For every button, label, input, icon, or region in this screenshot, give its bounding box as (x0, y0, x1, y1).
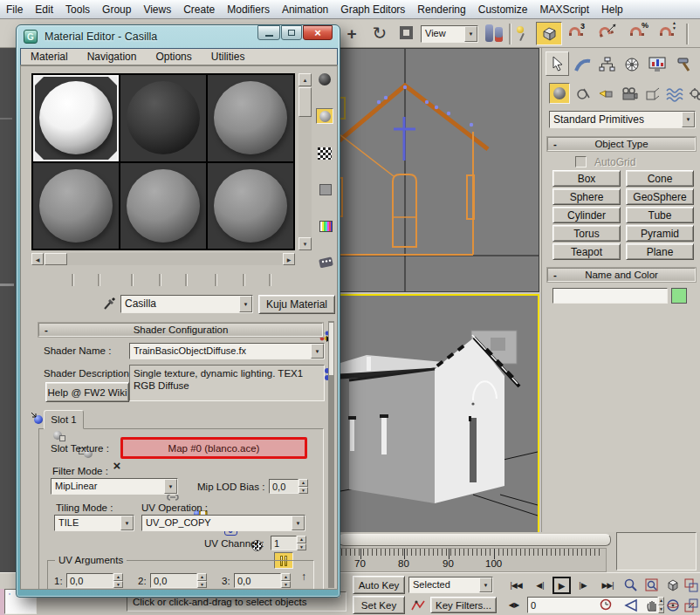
sample-slot[interactable] (33, 163, 119, 249)
sample-slot-active[interactable] (33, 75, 119, 161)
mip-lod-bias-spinner[interactable]: ▲▼ (299, 479, 308, 494)
zoom-icon[interactable] (621, 576, 641, 594)
me-menu-utilities[interactable]: Utilities (202, 51, 255, 63)
object-button-cylinder[interactable]: Cylinder (552, 207, 621, 223)
maximize-button[interactable] (281, 25, 302, 40)
sample-type-icon[interactable] (316, 72, 333, 87)
menu-customize[interactable]: Customize (472, 3, 534, 16)
menu-create[interactable]: Create (177, 3, 221, 16)
object-button-tube[interactable]: Tube (626, 207, 694, 223)
scroll-right-icon[interactable]: ▶ (283, 253, 295, 265)
menu-modifiers[interactable]: Modifiers (221, 3, 276, 16)
autogrid-checkbox[interactable] (575, 156, 587, 167)
backlight-icon[interactable] (316, 108, 333, 124)
display-tab[interactable] (645, 53, 669, 76)
object-button-torus[interactable]: Torus (552, 225, 621, 242)
uv-arg2-spinner[interactable]: ▲▼ (197, 573, 207, 588)
object-type-rollout-header[interactable]: - Object Type (547, 137, 696, 151)
goto-start-button[interactable]: |◀◀ (504, 577, 527, 594)
pan-hand-icon[interactable] (642, 596, 662, 614)
next-frame-button[interactable]: |▶ (573, 577, 593, 594)
percent-snap-icon[interactable]: % (630, 27, 642, 36)
auto-key-button[interactable]: Auto Key (353, 576, 405, 594)
chevron-down-icon[interactable]: ▼ (311, 344, 324, 359)
spacewarps-category-icon[interactable] (664, 85, 685, 104)
time-configuration-icon[interactable] (597, 597, 614, 613)
object-button-sphere[interactable]: Sphere (552, 188, 621, 205)
primitive-category-dropdown[interactable]: Standard Primitives ▼ (549, 111, 696, 128)
zoom-extents-icon[interactable] (663, 576, 683, 594)
angle-snap-arc-icon[interactable] (599, 27, 610, 36)
object-button-cone[interactable]: Cone (626, 170, 694, 187)
make-preview-icon[interactable] (317, 255, 334, 270)
material-type-button[interactable]: Kuju Material (258, 295, 335, 314)
object-button-geosphere[interactable]: GeoSphere (626, 188, 694, 205)
viewport-perspective-active[interactable] (339, 294, 539, 545)
sample-slot[interactable] (120, 75, 206, 161)
shader-configuration-rollout-header[interactable]: - Shader Configuration (38, 323, 323, 337)
menu-views[interactable]: Views (137, 3, 177, 16)
video-color-check-icon[interactable] (317, 218, 334, 234)
uv-arg2-input[interactable] (150, 573, 197, 588)
menu-tools[interactable]: Tools (59, 3, 96, 16)
previous-frame-button[interactable]: ◀| (531, 577, 550, 594)
uv-arg3-input[interactable] (234, 573, 281, 588)
menu-help[interactable]: Help (595, 3, 629, 16)
menu-maxscript[interactable]: MAXScript (533, 3, 595, 16)
sample-slot[interactable] (120, 163, 206, 249)
shapes-category-icon[interactable] (573, 85, 593, 104)
me-menu-options[interactable]: Options (146, 51, 201, 63)
viewport-front[interactable] (339, 48, 539, 292)
selection-set-dropdown[interactable]: Selected ▼ (408, 577, 493, 593)
object-button-teapot[interactable]: Teapot (552, 243, 621, 260)
background-icon[interactable] (317, 147, 333, 161)
mip-lod-bias-input[interactable] (269, 479, 299, 494)
object-button-box[interactable]: Box (552, 170, 621, 187)
filter-mode-dropdown[interactable]: MipLinear ▼ (51, 478, 178, 495)
uv-arg3-spinner[interactable]: ▲▼ (281, 573, 291, 588)
select-move-icon[interactable]: + (340, 23, 363, 45)
utilities-tab[interactable] (673, 53, 696, 76)
hierarchy-tab[interactable] (596, 53, 619, 76)
uv-operation-dropdown[interactable]: UV_OP_COPY ▼ (141, 515, 305, 531)
time-slider[interactable] (339, 534, 611, 546)
chevron-down-icon[interactable]: ▼ (239, 296, 252, 312)
chevron-down-icon[interactable]: ▼ (464, 26, 477, 42)
default-in-out-tangent-icon[interactable] (408, 597, 428, 613)
helpers-category-icon[interactable] (643, 85, 662, 104)
field-of-view-icon[interactable] (621, 596, 641, 614)
chevron-down-icon[interactable]: ▼ (120, 516, 134, 530)
chevron-down-icon[interactable]: ▼ (292, 516, 305, 530)
name-color-rollout-header[interactable]: - Name and Color (547, 268, 696, 282)
zoom-all-icon[interactable] (642, 576, 662, 594)
slot1-tab[interactable]: Slot 1 (44, 410, 84, 429)
uv-channel-spinner[interactable]: ▲▼ (297, 536, 306, 550)
uv-arg1-spinner[interactable]: ▲▼ (113, 573, 123, 588)
scroll-left-icon[interactable]: ◀ (31, 253, 44, 265)
close-button[interactable]: × (303, 25, 333, 40)
pick-material-eyedropper-icon[interactable] (101, 295, 117, 312)
use-pivot-center-flyout-icon[interactable] (495, 27, 503, 42)
select-rotate-icon[interactable]: ↻ (368, 22, 391, 44)
object-name-input[interactable] (552, 288, 668, 304)
scroll-thumb[interactable] (45, 253, 67, 265)
play-button[interactable]: ▶ (552, 577, 571, 594)
menu-rendering[interactable]: Rendering (411, 3, 471, 16)
zoom-extents-all-icon[interactable] (683, 576, 700, 594)
min-max-toggle-icon[interactable] (683, 596, 700, 614)
spinner-snap-icon[interactable]: ▲▼ (660, 27, 671, 36)
menu-graph-editors[interactable]: Graph Editors (334, 3, 411, 16)
scroll-thumb[interactable] (299, 87, 312, 117)
params-scrollbar[interactable] (328, 321, 334, 588)
current-time-field[interactable]: ▲▼ (527, 597, 592, 613)
material-name-dropdown[interactable]: Casilla ▼ (120, 295, 253, 313)
help-fw2-wiki-button[interactable]: Help @ FW2 Wiki (45, 382, 129, 402)
material-editor-window[interactable]: G Material Editor - Casilla × Material N… (16, 24, 340, 598)
uv-channel-input[interactable] (271, 536, 297, 550)
uv-arg1-input[interactable] (66, 573, 113, 588)
me-menu-navigation[interactable]: Navigation (78, 51, 147, 63)
lights-category-icon[interactable] (596, 85, 615, 104)
track-bar-ruler[interactable]: 70 80 90 100 (339, 548, 607, 572)
select-scale-icon[interactable] (400, 26, 413, 39)
object-color-swatch[interactable] (671, 288, 687, 304)
